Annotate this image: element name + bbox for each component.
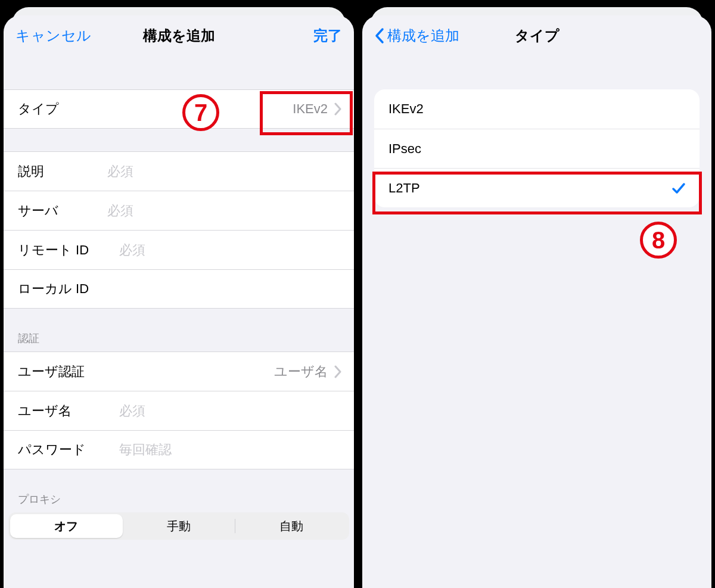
- page-title: タイプ: [515, 27, 559, 43]
- type-option-ikev2[interactable]: IKEv2: [374, 89, 700, 129]
- back-button[interactable]: 構成を追加: [374, 26, 459, 45]
- type-row[interactable]: タイプ IKEv2: [4, 89, 354, 129]
- group-connection: 説明 必須 サーバ 必須 リモート ID 必須 ローカル ID: [4, 151, 354, 309]
- username-label: ユーザ名: [18, 402, 119, 420]
- local-id-row[interactable]: ローカル ID: [4, 269, 354, 309]
- proxy-segmented-control[interactable]: オフ 手動 自動: [8, 512, 349, 540]
- proxy-segment-off[interactable]: オフ: [10, 514, 123, 538]
- checkmark-icon: [671, 181, 686, 196]
- remote-id-label: リモート ID: [18, 241, 119, 259]
- type-option-label: IPsec: [388, 141, 686, 157]
- remote-id-placeholder: 必須: [119, 241, 342, 259]
- back-label: 構成を追加: [387, 26, 459, 45]
- type-option-ipsec[interactable]: IPsec: [374, 129, 700, 168]
- done-button[interactable]: 完了: [313, 26, 342, 45]
- password-row[interactable]: パスワード 毎回確認: [4, 430, 354, 469]
- group-auth: 認証 ユーザ認証 ユーザ名 ユーザ名 必須: [4, 331, 354, 469]
- server-placeholder: 必須: [107, 202, 342, 220]
- proxy-segment-manual[interactable]: 手動: [123, 514, 235, 538]
- local-id-label: ローカル ID: [18, 280, 119, 298]
- chevron-left-icon: [374, 27, 385, 44]
- type-option-label: IKEv2: [388, 101, 686, 117]
- server-row[interactable]: サーバ 必須: [4, 191, 354, 230]
- proxy-header: プロキシ: [4, 492, 354, 512]
- user-auth-row[interactable]: ユーザ認証 ユーザ名: [4, 351, 354, 391]
- password-label: パスワード: [18, 441, 119, 459]
- navbar: キャンセル 構成を追加 完了: [4, 15, 354, 56]
- type-value: IKEv2: [107, 101, 328, 117]
- user-auth-value: ユーザ名: [119, 363, 328, 381]
- phone-left: キャンセル 構成を追加 完了 タイプ IKEv2: [0, 0, 358, 588]
- server-label: サーバ: [18, 202, 107, 220]
- sheet-type-select: 構成を追加 タイプ IKEv2 IPsec: [362, 15, 711, 588]
- chevron-right-icon: [334, 365, 342, 378]
- description-label: 説明: [18, 163, 107, 181]
- username-row[interactable]: ユーザ名 必須: [4, 391, 354, 430]
- type-option-l2tp[interactable]: L2TP: [374, 168, 700, 207]
- cancel-button[interactable]: キャンセル: [15, 26, 92, 45]
- group-proxy: プロキシ オフ 手動 自動: [4, 492, 354, 546]
- chevron-right-icon: [334, 102, 342, 116]
- type-option-label: L2TP: [388, 181, 671, 196]
- page-title: 構成を追加: [143, 27, 215, 43]
- password-placeholder: 毎回確認: [119, 441, 342, 459]
- group-type: タイプ IKEv2: [4, 89, 354, 129]
- user-auth-label: ユーザ認証: [18, 363, 119, 381]
- phone-right: 構成を追加 タイプ IKEv2 IPsec: [358, 0, 715, 588]
- navbar: 構成を追加 タイプ: [362, 15, 711, 56]
- type-label: タイプ: [18, 100, 107, 118]
- auth-header: 認証: [4, 331, 354, 351]
- description-placeholder: 必須: [107, 163, 342, 181]
- sheet-add-config: キャンセル 構成を追加 完了 タイプ IKEv2: [4, 15, 354, 588]
- proxy-segment-auto[interactable]: 自動: [235, 514, 347, 538]
- username-placeholder: 必須: [119, 402, 342, 420]
- type-options: IKEv2 IPsec L2TP: [374, 89, 700, 207]
- description-row[interactable]: 説明 必須: [4, 151, 354, 191]
- remote-id-row[interactable]: リモート ID 必須: [4, 230, 354, 269]
